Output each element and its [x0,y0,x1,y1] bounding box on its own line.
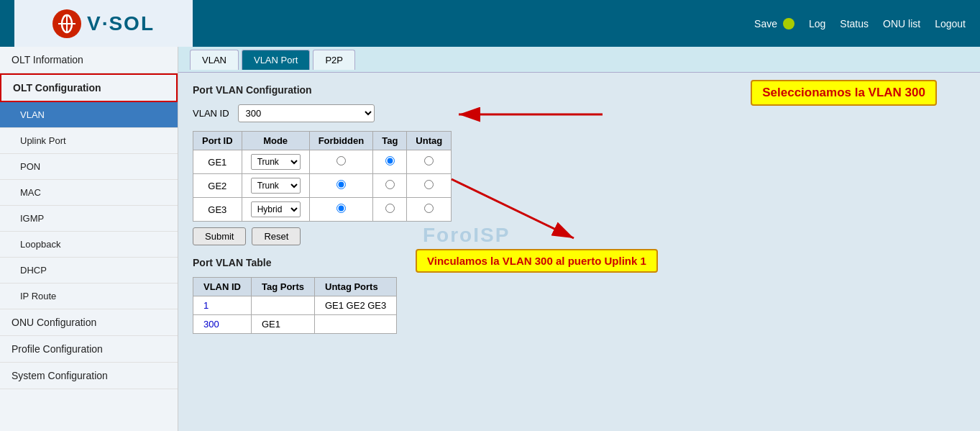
logo-icon [52,9,81,38]
save-button[interactable]: Save [754,18,794,30]
pvlan-row: 1 GE1 GE2 GE3 [193,296,397,315]
port-config-table: Port ID Mode Forbidden Tag Untag GE1 Tru… [193,131,452,222]
annotation-1: Seleccionamos la VLAN 300 [751,80,937,106]
port-id-ge1: GE1 [193,150,242,174]
forbidden-ge1[interactable] [309,150,373,174]
tab-p2p[interactable]: P2P [313,50,355,70]
pvlan-tag-300: GE1 [252,315,315,334]
vlan-id-select[interactable]: 300 [238,104,375,122]
col-tag: Tag [373,132,407,150]
logo: V·SOL [52,9,155,38]
sidebar-item-igmp[interactable]: IGMP [0,206,178,232]
untag-ge2[interactable] [407,174,452,198]
tabs-bar: VLAN VLAN Port P2P [178,47,980,73]
col-mode: Mode [242,132,309,150]
pvlan-row: 300 GE1 [193,315,397,334]
main-content: Seleccionamos la VLAN 300 Port VLAN Conf… [178,73,980,431]
vlan-id-label: VLAN ID [193,108,229,119]
status-link[interactable]: Status [840,18,869,30]
mode-ge3[interactable]: TrunkHybridAccess [242,198,309,222]
sidebar-item-onu-configuration[interactable]: ONU Configuration [0,309,178,336]
mode-select-ge1[interactable]: TrunkHybridAccess [251,154,301,170]
col-forbidden: Forbidden [309,132,373,150]
logout-link[interactable]: Logout [935,18,966,30]
pvlan-untag-300 [315,315,397,334]
tab-vlan[interactable]: VLAN [190,50,239,70]
port-id-ge3: GE3 [193,198,242,222]
logo-text: V·SOL [87,12,155,35]
layout: OLT Information OLT Configuration VLAN U… [0,47,980,431]
pvlan-id-1[interactable]: 1 [193,296,252,315]
port-id-ge2: GE2 [193,174,242,198]
sidebar-item-vlan[interactable]: VLAN [0,102,178,128]
submit-button[interactable]: Submit [193,227,246,245]
untag-ge1[interactable] [407,150,452,174]
untag-ge3[interactable] [407,198,452,222]
sidebar-item-ip-route[interactable]: IP Route [0,283,178,309]
header-nav: Log Status ONU list Logout [809,18,966,30]
tab-vlan-port[interactable]: VLAN Port [242,50,310,70]
onu-list-link[interactable]: ONU list [883,18,920,30]
reset-button[interactable]: Reset [252,227,301,245]
forbidden-ge2[interactable] [309,174,373,198]
table-row: GE3 TrunkHybridAccess [193,198,452,222]
table-row: GE1 TrunkHybridAccess [193,150,452,174]
pvlan-col-untag: Untag Ports [315,278,397,296]
header-right: Save Log Status ONU list Logout [193,18,966,30]
logo-area: V·SOL [14,0,193,47]
mode-select-ge3[interactable]: TrunkHybridAccess [251,201,301,217]
pvlan-col-id: VLAN ID [193,278,252,296]
sidebar-item-dhcp[interactable]: DHCP [0,258,178,283]
annotation-2: Vinculamos la VLAN 300 al puerto Uplink … [416,249,658,273]
tag-ge2[interactable] [373,174,407,198]
mode-select-ge2[interactable]: TrunkHybridAccess [251,178,301,194]
sidebar-item-loopback[interactable]: Loopback [0,232,178,258]
sidebar-item-system-configuration[interactable]: System Configuration [0,363,178,389]
button-row: Submit Reset [193,227,966,245]
tag-ge3[interactable] [373,198,407,222]
log-link[interactable]: Log [809,18,825,30]
mode-ge1[interactable]: TrunkHybridAccess [242,150,309,174]
port-vlan-table: VLAN ID Tag Ports Untag Ports 1 GE1 GE2 … [193,277,397,334]
tag-ge1[interactable] [373,150,407,174]
mode-ge2[interactable]: TrunkHybridAccess [242,174,309,198]
sidebar-item-olt-configuration[interactable]: OLT Configuration [0,73,178,102]
sidebar-item-pon[interactable]: PON [0,154,178,180]
header: V·SOL Save Log Status ONU list Logout [0,0,980,47]
pvlan-untag-1: GE1 GE2 GE3 [315,296,397,315]
table-row: GE2 TrunkHybridAccess [193,174,452,198]
col-port-id: Port ID [193,132,242,150]
col-untag: Untag [407,132,452,150]
sidebar: OLT Information OLT Configuration VLAN U… [0,47,178,431]
sidebar-item-uplink-port[interactable]: Uplink Port [0,128,178,154]
vlan-id-row: VLAN ID 300 [193,104,966,122]
status-dot [783,18,794,30]
pvlan-id-300[interactable]: 300 [193,315,252,334]
pvlan-col-tag: Tag Ports [252,278,315,296]
pvlan-tag-1 [252,296,315,315]
sidebar-item-mac[interactable]: MAC [0,180,178,206]
sidebar-item-olt-information[interactable]: OLT Information [0,47,178,73]
sidebar-item-profile-configuration[interactable]: Profile Configuration [0,336,178,363]
forbidden-ge3[interactable] [309,198,373,222]
